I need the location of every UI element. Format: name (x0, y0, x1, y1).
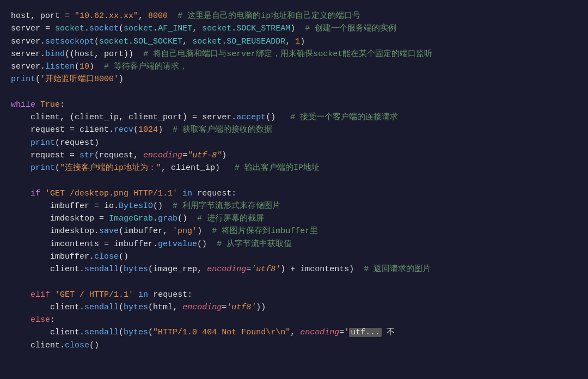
code-line-23: client.sendall(bytes("HTTP/1.0 404 Not F… (11, 326, 577, 339)
code-line-13: if 'GET /desktop.png HTTP/1.1' in reques… (11, 187, 577, 200)
code-editor: host, port = "10.62.xx.xx", 8000 # 这里是自己… (11, 10, 577, 352)
code-line-14: imbuffer = io.BytesIO() # 利用字节流形式来存储图片 (11, 200, 577, 212)
code-line-8: client, (client_ip, client_port) = serve… (11, 111, 577, 124)
code-line-10: print(request) (11, 137, 577, 149)
code-line-16: imdesktop.save(imbuffer, 'png') # 将图片保存到… (11, 225, 577, 237)
code-line-12: print("连接客户端的ip地址为：", client_ip) # 输出客户端… (11, 162, 577, 174)
code-line-7: while True: (11, 99, 577, 111)
code-line-17: imcontents = imbuffer.getvalue() # 从字节流中… (11, 238, 577, 250)
blank-line-1 (11, 86, 577, 99)
code-line-5: server.listen(10) # 等待客户端的请求， (11, 60, 577, 73)
code-line-20: elif 'GET / HTTP/1.1' in request: (11, 289, 577, 301)
code-line-24: client.close() (11, 339, 577, 352)
code-line-21: client.sendall(bytes(html, encoding='utf… (11, 301, 577, 314)
code-line-1: host, port = "10.62.xx.xx", 8000 # 这里是自己… (11, 10, 577, 22)
code-line-18: imbuffer.close() (11, 250, 577, 263)
code-line-15: imdesktop = ImageGrab.grab() # 进行屏幕的截屏 (11, 212, 577, 225)
code-line-9: request = client.recv(1024) # 获取客户端的接收的数… (11, 124, 577, 136)
code-line-6: print('开始监听端口8000') (11, 73, 577, 85)
blank-line-3 (11, 276, 577, 288)
code-line-3: server.setsockopt(socket.SOL_SOCKET, soc… (11, 35, 577, 48)
code-line-4: server.bind((host, port)) # 将自己电脑和端口与ser… (11, 48, 577, 60)
code-line-19: client.sendall(bytes(image_rep, encoding… (11, 263, 577, 276)
blank-line-2 (11, 174, 577, 187)
code-line-22: else: (11, 314, 577, 326)
code-line-11: request = str(request, encoding="utf-8") (11, 149, 577, 162)
code-line-2: server = socket.socket(socket.AF_INET, s… (11, 22, 577, 35)
